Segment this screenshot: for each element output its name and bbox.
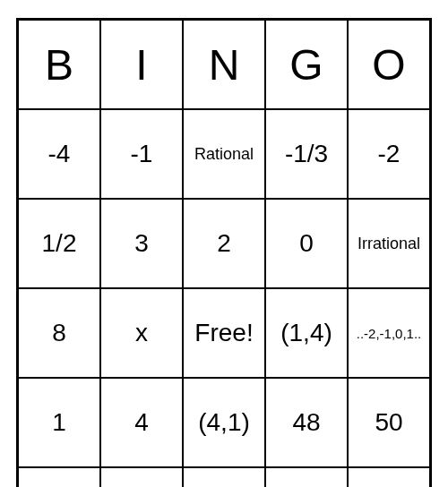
bingo-cell[interactable]: Rational bbox=[183, 109, 265, 199]
header-g: G bbox=[265, 20, 348, 109]
bingo-row: b+1 -5 5/3 0,1,2,3... y bbox=[18, 467, 430, 487]
bingo-cell[interactable]: (4,1) bbox=[183, 378, 265, 467]
bingo-cell[interactable]: 0 bbox=[265, 199, 348, 288]
bingo-cell[interactable]: y bbox=[348, 467, 430, 487]
bingo-cell[interactable]: Irrational bbox=[348, 199, 430, 288]
bingo-cell[interactable]: 2 bbox=[183, 199, 265, 288]
bingo-row: -4 -1 Rational -1/3 -2 bbox=[18, 109, 430, 199]
bingo-cell[interactable]: ..-2,-1,0,1.. bbox=[348, 288, 430, 378]
bingo-row: 8 x Free! (1,4) ..-2,-1,0,1.. bbox=[18, 288, 430, 378]
bingo-cell[interactable]: (1,4) bbox=[265, 288, 348, 378]
bingo-cell[interactable]: b+1 bbox=[18, 467, 100, 487]
bingo-cell[interactable]: 8 bbox=[18, 288, 100, 378]
bingo-header-row: B I N G O bbox=[18, 20, 430, 109]
bingo-card: B I N G O -4 -1 Rational -1/3 -2 1/2 3 2… bbox=[16, 18, 432, 487]
bingo-cell[interactable]: -4 bbox=[18, 109, 100, 199]
header-i: I bbox=[100, 20, 183, 109]
bingo-row: 1/2 3 2 0 Irrational bbox=[18, 199, 430, 288]
bingo-cell[interactable]: 50 bbox=[348, 378, 430, 467]
header-n: N bbox=[183, 20, 265, 109]
header-b: B bbox=[18, 20, 100, 109]
header-o: O bbox=[348, 20, 430, 109]
bingo-cell[interactable]: 3 bbox=[100, 199, 183, 288]
bingo-cell[interactable]: 4 bbox=[100, 378, 183, 467]
bingo-cell[interactable]: 1 bbox=[18, 378, 100, 467]
bingo-cell[interactable]: 0,1,2,3... bbox=[265, 467, 348, 487]
bingo-row: 1 4 (4,1) 48 50 bbox=[18, 378, 430, 467]
bingo-cell[interactable]: -2 bbox=[348, 109, 430, 199]
bingo-cell[interactable]: x bbox=[100, 288, 183, 378]
bingo-cell[interactable]: -5 bbox=[100, 467, 183, 487]
bingo-cell[interactable]: 1/2 bbox=[18, 199, 100, 288]
bingo-cell[interactable]: 5/3 bbox=[183, 467, 265, 487]
bingo-free-cell[interactable]: Free! bbox=[183, 288, 265, 378]
bingo-cell[interactable]: 48 bbox=[265, 378, 348, 467]
bingo-cell[interactable]: -1/3 bbox=[265, 109, 348, 199]
bingo-cell[interactable]: -1 bbox=[100, 109, 183, 199]
